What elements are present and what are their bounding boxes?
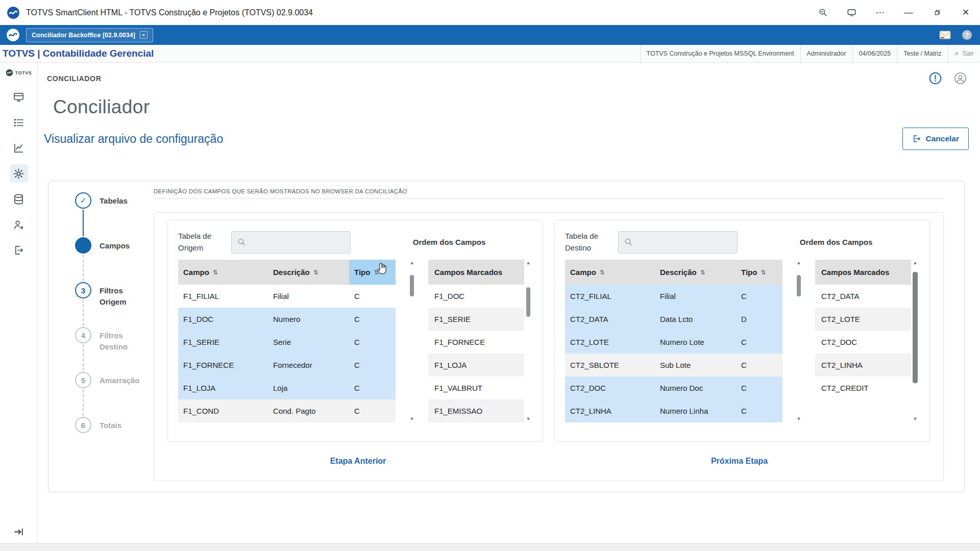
marked-field-item[interactable]: CT2_LOTE xyxy=(815,308,911,331)
cell-tipo: D xyxy=(736,315,782,323)
scroll-down-icon[interactable]: ▼ xyxy=(410,417,414,421)
table-row[interactable]: CT2_DOC Numero Doc C xyxy=(565,377,782,399)
user-management-icon[interactable] xyxy=(10,215,28,234)
marked-field-item[interactable]: F1_FORNECE xyxy=(428,331,524,354)
scroll-down-icon[interactable]: ▼ xyxy=(913,417,918,421)
section-divider xyxy=(154,198,944,199)
menu-list-icon[interactable] xyxy=(10,113,28,132)
tab-conciliador-backoffice[interactable]: Conciliador Backoffice [02.9.0034] ✕ xyxy=(26,28,153,42)
wizard-step[interactable]: ✓ Tabelas xyxy=(75,192,149,237)
table-row[interactable]: F1_FILIAL Filial C xyxy=(178,285,396,308)
marked-field-item[interactable]: CT2_CREDIT xyxy=(815,377,911,399)
scroll-thumb[interactable] xyxy=(913,272,918,383)
table-row[interactable]: F1_COND Cond. Pagto C xyxy=(178,399,396,422)
scroll-down-icon[interactable]: ▼ xyxy=(526,417,531,421)
exit-module-icon[interactable] xyxy=(10,241,28,259)
step-circle[interactable]: 4 xyxy=(75,327,91,343)
settings-gear-icon[interactable] xyxy=(10,164,28,183)
scroll-thumb[interactable] xyxy=(410,275,414,296)
logout-link[interactable]: ✕ Sair xyxy=(948,45,980,62)
marked-field-item[interactable]: F1_SERIE xyxy=(428,308,524,331)
scroll-thumb[interactable] xyxy=(797,275,801,296)
origin-panel-body: Campo ⇅ Descrição ⇅ Tipo xyxy=(178,260,532,422)
step-circle[interactable] xyxy=(75,237,91,254)
marked-field-item[interactable]: CT2_DOC xyxy=(815,331,911,354)
wizard-step[interactable]: 6 Totais xyxy=(75,417,149,462)
help-icon[interactable]: ? xyxy=(962,30,972,40)
destination-search[interactable] xyxy=(618,231,738,254)
column-header-campo[interactable]: Campo ⇅ xyxy=(565,260,655,285)
sort-icon: ⇅ xyxy=(700,269,705,276)
wizard-step[interactable]: 4 Filtros Destino xyxy=(75,327,149,372)
table-row[interactable]: CT2_LOTE Numero Lote C xyxy=(565,331,782,354)
column-header-descricao[interactable]: Descrição ⇅ xyxy=(268,260,349,285)
scroll-up-icon[interactable]: ▲ xyxy=(797,261,801,265)
previous-step-link[interactable]: Etapa Anterior xyxy=(330,457,386,465)
minimize-button[interactable]: — xyxy=(894,0,923,25)
column-header-descricao[interactable]: Descrição ⇅ xyxy=(655,260,736,285)
dashboard-icon[interactable] xyxy=(10,88,28,106)
table-row[interactable]: CT2_LINHA Numero Linha C xyxy=(565,399,782,422)
profile-icon[interactable] xyxy=(954,72,967,85)
destination-marked-scrollbar[interactable]: ▲ ▼ xyxy=(911,260,919,422)
origin-search-input[interactable] xyxy=(251,238,345,246)
expand-sidebar-icon[interactable] xyxy=(0,526,37,538)
wizard-step[interactable]: 3 Filtros Origem xyxy=(75,282,149,327)
column-header-tipo[interactable]: Tipo ⇅ xyxy=(736,260,782,285)
table-row[interactable]: CT2_SBLOTE Sub Lote C xyxy=(565,354,782,377)
column-header-tipo[interactable]: Tipo ⇅ xyxy=(349,260,396,285)
destination-marked-zone: Campos Marcados CT2_DATA CT2_LOTE xyxy=(815,260,919,422)
step-circle[interactable]: 5 xyxy=(75,372,91,388)
marked-field-item[interactable]: CT2_DATA xyxy=(815,285,911,308)
table-row[interactable]: F1_LOJA Loja C xyxy=(178,377,396,399)
scroll-up-icon[interactable]: ▲ xyxy=(410,261,414,265)
restore-button[interactable] xyxy=(923,0,951,25)
alert-icon[interactable] xyxy=(929,72,942,85)
search-icon xyxy=(237,237,247,247)
origin-table-scrollbar[interactable]: ▲ ▼ xyxy=(408,260,416,422)
marked-field-item[interactable]: F1_LOJA xyxy=(428,354,524,377)
step-circle[interactable]: 3 xyxy=(75,282,91,298)
marked-field-item[interactable]: F1_EMISSAO xyxy=(428,399,524,422)
cancel-button[interactable]: Cancelar xyxy=(902,128,969,150)
sidebar-totvs-logo: TOTVS xyxy=(6,69,32,77)
more-menu-icon[interactable]: ⋯ xyxy=(866,0,894,25)
table-row[interactable]: F1_SERIE Serie C xyxy=(178,331,396,354)
wizard-step[interactable]: 5 Amarração xyxy=(75,372,149,417)
destination-order-title: Ordem dos Campos xyxy=(738,238,919,246)
mail-icon[interactable] xyxy=(939,31,951,40)
marked-field-item[interactable]: CT2_LINHA xyxy=(815,354,911,377)
tab-close-icon[interactable]: ✕ xyxy=(140,31,148,39)
table-row[interactable]: CT2_DATA Data Lcto D xyxy=(565,308,782,331)
scroll-up-icon[interactable]: ▲ xyxy=(526,261,531,265)
step-circle[interactable]: ✓ xyxy=(75,192,91,209)
chart-icon[interactable] xyxy=(10,139,28,157)
origin-table: Campo ⇅ Descrição ⇅ Tipo xyxy=(178,260,396,422)
cell-tipo: C xyxy=(736,361,782,369)
sort-icon: ⇅ xyxy=(374,269,379,276)
destination-search-input[interactable] xyxy=(638,238,732,246)
wizard-step[interactable]: Campos xyxy=(75,237,149,282)
cell-descricao: Numero xyxy=(268,315,349,323)
marked-field-item[interactable]: F1_VALBRUT xyxy=(428,377,524,399)
marked-field-item[interactable]: F1_DOC xyxy=(428,285,524,308)
next-step-link[interactable]: Próxima Etapa xyxy=(711,457,768,465)
table-row[interactable]: CT2_FILIAL Filial C xyxy=(565,285,782,308)
display-switch-icon[interactable] xyxy=(837,0,866,25)
cell-tipo: C xyxy=(349,315,396,323)
origin-marked-scrollbar[interactable]: ▲ ▼ xyxy=(524,260,532,422)
column-header-campo[interactable]: Campo ⇅ xyxy=(178,260,268,285)
table-row[interactable]: F1_DOC Numero C xyxy=(178,308,396,331)
close-button[interactable]: ✕ xyxy=(951,0,980,25)
zoom-out-icon[interactable] xyxy=(808,0,837,25)
cell-tipo: C xyxy=(349,361,396,369)
origin-search[interactable] xyxy=(231,231,351,254)
step-circle[interactable]: 6 xyxy=(75,417,91,433)
cell-campo: F1_LOJA xyxy=(178,384,268,392)
table-row[interactable]: F1_FORNECE Fornecedor C xyxy=(178,354,396,377)
scroll-down-icon[interactable]: ▼ xyxy=(797,417,801,421)
database-icon[interactable] xyxy=(10,190,28,208)
scroll-up-icon[interactable]: ▲ xyxy=(913,261,918,265)
destination-table-scrollbar[interactable]: ▲ ▼ xyxy=(795,260,803,422)
scroll-thumb[interactable] xyxy=(526,287,530,317)
